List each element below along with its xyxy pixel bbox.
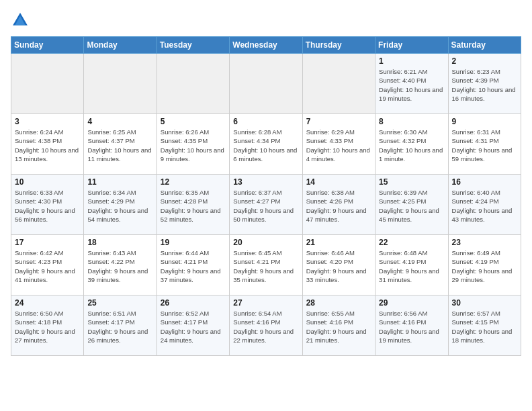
day-number: 8 [379,117,444,126]
day-info: Sunrise: 6:34 AM Sunset: 4:29 PM Dayligh… [87,188,152,224]
page-header [11,11,521,30]
calendar-cell [302,54,375,114]
calendar-cell [230,54,302,114]
day-number: 28 [306,298,371,308]
calendar-week-0: 1Sunrise: 6:21 AM Sunset: 4:40 PM Daylig… [11,54,521,114]
day-number: 10 [15,177,80,187]
day-info: Sunrise: 6:23 AM Sunset: 4:39 PM Dayligh… [452,67,517,103]
day-info: Sunrise: 6:30 AM Sunset: 4:32 PM Dayligh… [379,128,444,163]
day-number: 17 [15,238,80,247]
weekday-monday: Monday [84,37,157,54]
day-number: 18 [87,238,152,247]
day-number: 14 [306,177,371,187]
weekday-saturday: Saturday [448,37,521,54]
calendar-cell: 2Sunrise: 6:23 AM Sunset: 4:39 PM Daylig… [448,54,521,114]
day-number: 2 [452,56,517,66]
calendar-cell: 9Sunrise: 6:31 AM Sunset: 4:31 PM Daylig… [448,114,521,175]
weekday-tuesday: Tuesday [157,37,229,54]
day-number: 16 [452,177,517,187]
day-number: 3 [15,117,80,126]
calendar-cell: 11Sunrise: 6:34 AM Sunset: 4:29 PM Dayli… [84,175,157,235]
day-number: 26 [161,298,226,308]
day-number: 24 [15,298,80,308]
day-info: Sunrise: 6:55 AM Sunset: 4:16 PM Dayligh… [306,309,371,345]
calendar-cell: 29Sunrise: 6:56 AM Sunset: 4:16 PM Dayli… [375,295,448,356]
calendar-cell: 1Sunrise: 6:21 AM Sunset: 4:40 PM Daylig… [375,54,448,114]
day-number: 5 [161,117,226,126]
weekday-header-row: SundayMondayTuesdayWednesdayThursdayFrid… [11,37,521,54]
day-info: Sunrise: 6:33 AM Sunset: 4:30 PM Dayligh… [15,188,80,224]
calendar-cell: 30Sunrise: 6:57 AM Sunset: 4:15 PM Dayli… [448,295,521,356]
weekday-wednesday: Wednesday [230,37,302,54]
calendar-cell: 4Sunrise: 6:25 AM Sunset: 4:37 PM Daylig… [84,114,157,175]
day-info: Sunrise: 6:35 AM Sunset: 4:28 PM Dayligh… [161,188,226,224]
day-number: 1 [379,56,444,66]
calendar-cell [11,54,84,114]
day-number: 13 [233,177,298,187]
day-info: Sunrise: 6:29 AM Sunset: 4:33 PM Dayligh… [306,128,371,163]
day-number: 23 [452,238,517,247]
day-info: Sunrise: 6:56 AM Sunset: 4:16 PM Dayligh… [379,309,444,345]
calendar-cell: 25Sunrise: 6:51 AM Sunset: 4:17 PM Dayli… [84,295,157,356]
calendar-cell: 24Sunrise: 6:50 AM Sunset: 4:18 PM Dayli… [11,295,84,356]
calendar-cell: 6Sunrise: 6:28 AM Sunset: 4:34 PM Daylig… [230,114,302,175]
day-info: Sunrise: 6:57 AM Sunset: 4:15 PM Dayligh… [452,309,517,345]
weekday-thursday: Thursday [302,37,375,54]
day-info: Sunrise: 6:51 AM Sunset: 4:17 PM Dayligh… [87,309,152,345]
weekday-friday: Friday [375,37,448,54]
day-number: 11 [87,177,152,187]
day-number: 12 [161,177,226,187]
day-number: 25 [87,298,152,308]
calendar-cell: 16Sunrise: 6:40 AM Sunset: 4:24 PM Dayli… [448,175,521,235]
calendar-cell: 3Sunrise: 6:24 AM Sunset: 4:38 PM Daylig… [11,114,84,175]
calendar-cell: 27Sunrise: 6:54 AM Sunset: 4:16 PM Dayli… [230,295,302,356]
calendar-body: 1Sunrise: 6:21 AM Sunset: 4:40 PM Daylig… [11,54,521,356]
logo [11,11,32,30]
calendar-week-4: 24Sunrise: 6:50 AM Sunset: 4:18 PM Dayli… [11,295,521,356]
calendar-cell: 13Sunrise: 6:37 AM Sunset: 4:27 PM Dayli… [230,175,302,235]
calendar-cell [157,54,229,114]
calendar-cell: 18Sunrise: 6:43 AM Sunset: 4:22 PM Dayli… [84,235,157,295]
calendar-cell: 15Sunrise: 6:39 AM Sunset: 4:25 PM Dayli… [375,175,448,235]
day-info: Sunrise: 6:49 AM Sunset: 4:19 PM Dayligh… [452,248,517,284]
day-number: 21 [306,238,371,247]
calendar-week-2: 10Sunrise: 6:33 AM Sunset: 4:30 PM Dayli… [11,175,521,235]
calendar-cell: 20Sunrise: 6:45 AM Sunset: 4:21 PM Dayli… [230,235,302,295]
calendar-cell: 17Sunrise: 6:42 AM Sunset: 4:23 PM Dayli… [11,235,84,295]
logo-icon [11,11,30,30]
day-info: Sunrise: 6:43 AM Sunset: 4:22 PM Dayligh… [87,248,152,284]
day-info: Sunrise: 6:38 AM Sunset: 4:26 PM Dayligh… [306,188,371,224]
calendar-week-3: 17Sunrise: 6:42 AM Sunset: 4:23 PM Dayli… [11,235,521,295]
day-number: 9 [452,117,517,126]
calendar-week-1: 3Sunrise: 6:24 AM Sunset: 4:38 PM Daylig… [11,114,521,175]
day-number: 15 [379,177,444,187]
day-info: Sunrise: 6:42 AM Sunset: 4:23 PM Dayligh… [15,248,80,284]
day-number: 4 [87,117,152,126]
day-info: Sunrise: 6:44 AM Sunset: 4:21 PM Dayligh… [161,248,226,284]
day-number: 6 [233,117,298,126]
day-info: Sunrise: 6:45 AM Sunset: 4:21 PM Dayligh… [233,248,298,284]
weekday-sunday: Sunday [11,37,84,54]
day-info: Sunrise: 6:50 AM Sunset: 4:18 PM Dayligh… [15,309,80,345]
day-info: Sunrise: 6:37 AM Sunset: 4:27 PM Dayligh… [233,188,298,224]
calendar-cell: 7Sunrise: 6:29 AM Sunset: 4:33 PM Daylig… [302,114,375,175]
day-info: Sunrise: 6:46 AM Sunset: 4:20 PM Dayligh… [306,248,371,284]
day-number: 27 [233,298,298,308]
day-info: Sunrise: 6:39 AM Sunset: 4:25 PM Dayligh… [379,188,444,224]
calendar-cell: 22Sunrise: 6:48 AM Sunset: 4:19 PM Dayli… [375,235,448,295]
day-info: Sunrise: 6:40 AM Sunset: 4:24 PM Dayligh… [452,188,517,224]
day-info: Sunrise: 6:54 AM Sunset: 4:16 PM Dayligh… [233,309,298,345]
calendar-cell: 21Sunrise: 6:46 AM Sunset: 4:20 PM Dayli… [302,235,375,295]
calendar-cell: 12Sunrise: 6:35 AM Sunset: 4:28 PM Dayli… [157,175,229,235]
day-info: Sunrise: 6:24 AM Sunset: 4:38 PM Dayligh… [15,128,80,163]
day-number: 20 [233,238,298,247]
calendar-cell: 26Sunrise: 6:52 AM Sunset: 4:17 PM Dayli… [157,295,229,356]
calendar-table: SundayMondayTuesdayWednesdayThursdayFrid… [11,36,521,356]
day-info: Sunrise: 6:31 AM Sunset: 4:31 PM Dayligh… [452,128,517,163]
calendar-cell: 10Sunrise: 6:33 AM Sunset: 4:30 PM Dayli… [11,175,84,235]
day-info: Sunrise: 6:26 AM Sunset: 4:35 PM Dayligh… [161,128,226,163]
day-info: Sunrise: 6:25 AM Sunset: 4:37 PM Dayligh… [87,128,152,163]
day-number: 19 [161,238,226,247]
calendar-cell: 8Sunrise: 6:30 AM Sunset: 4:32 PM Daylig… [375,114,448,175]
day-number: 22 [379,238,444,247]
